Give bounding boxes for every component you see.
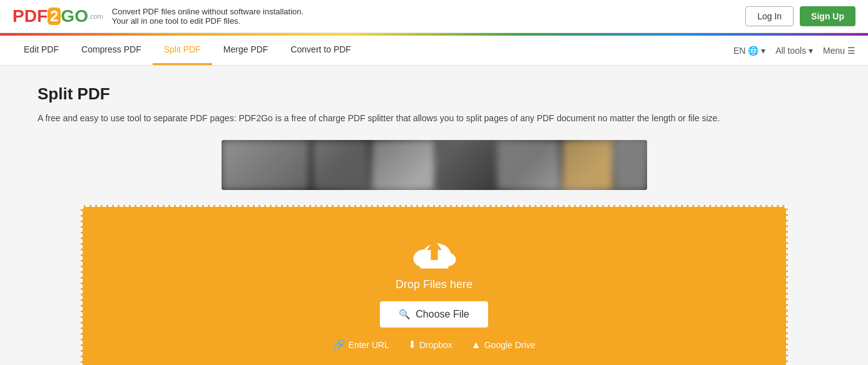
logo[interactable]: PDF 2 GO .com — [13, 6, 103, 26]
dropbox-label: Dropbox — [419, 340, 452, 350]
choose-file-label: Choose File — [416, 309, 469, 320]
nav-item-convert-pdf[interactable]: Convert to PDF — [279, 36, 362, 65]
search-icon: 🔍 — [399, 309, 411, 320]
upload-area[interactable]: Drop Files here 🔍 Choose File 🔗 Enter UR… — [81, 205, 788, 365]
tagline-sub: Your all in one tool to edit PDF files. — [112, 16, 304, 26]
header: PDF 2 GO .com Convert PDF files online w… — [0, 0, 868, 33]
main-nav: Edit PDF Compress PDF Split PDF Merge PD… — [0, 36, 868, 66]
menu-button[interactable]: Menu ☰ — [823, 46, 855, 56]
nav-left: Edit PDF Compress PDF Split PDF Merge PD… — [13, 36, 362, 65]
dropbox-icon: ⬇ — [408, 339, 416, 351]
nav-item-compress-pdf[interactable]: Compress PDF — [70, 36, 153, 65]
nav-item-merge-pdf[interactable]: Merge PDF — [212, 36, 280, 65]
language-selector[interactable]: EN 🌐 ▾ — [733, 46, 765, 56]
upload-options: 🔗 Enter URL ⬇ Dropbox ▲ Google Drive — [95, 339, 774, 351]
cloud-upload-icon — [95, 232, 774, 278]
drop-files-text: Drop Files here — [95, 278, 774, 291]
logo-pdf: PDF — [13, 6, 48, 26]
choose-file-button[interactable]: 🔍 Choose File — [380, 301, 488, 328]
banner-image — [222, 140, 647, 190]
login-button[interactable]: Log In — [745, 6, 794, 26]
logo-2: 2 — [48, 8, 61, 25]
signup-button[interactable]: Sign Up — [800, 6, 855, 26]
logo-area: PDF 2 GO .com Convert PDF files online w… — [13, 6, 304, 26]
nav-item-edit-pdf[interactable]: Edit PDF — [13, 36, 70, 65]
google-drive-icon: ▲ — [471, 339, 481, 351]
enter-url-option[interactable]: 🔗 Enter URL — [333, 339, 389, 351]
enter-url-label: Enter URL — [349, 340, 389, 350]
logo-com: .com — [88, 12, 103, 20]
page-description: A free and easy to use tool to separate … — [38, 111, 726, 125]
google-drive-label: Google Drive — [484, 340, 536, 350]
nav-right: EN 🌐 ▾ All tools ▾ Menu ☰ — [733, 46, 855, 56]
page-title: Split PDF — [38, 84, 830, 104]
nav-item-split-pdf[interactable]: Split PDF — [153, 36, 212, 65]
all-tools-dropdown[interactable]: All tools ▾ — [775, 46, 813, 56]
google-drive-option[interactable]: ▲ Google Drive — [471, 339, 536, 351]
link-icon: 🔗 — [333, 339, 345, 351]
header-buttons: Log In Sign Up — [745, 6, 855, 26]
dropbox-option[interactable]: ⬇ Dropbox — [408, 339, 452, 351]
tagline: Convert PDF files online without softwar… — [112, 7, 304, 26]
main-content: Split PDF A free and easy to use tool to… — [0, 66, 868, 365]
tagline-main: Convert PDF files online without softwar… — [112, 7, 304, 16]
logo-go: GO — [61, 6, 88, 26]
